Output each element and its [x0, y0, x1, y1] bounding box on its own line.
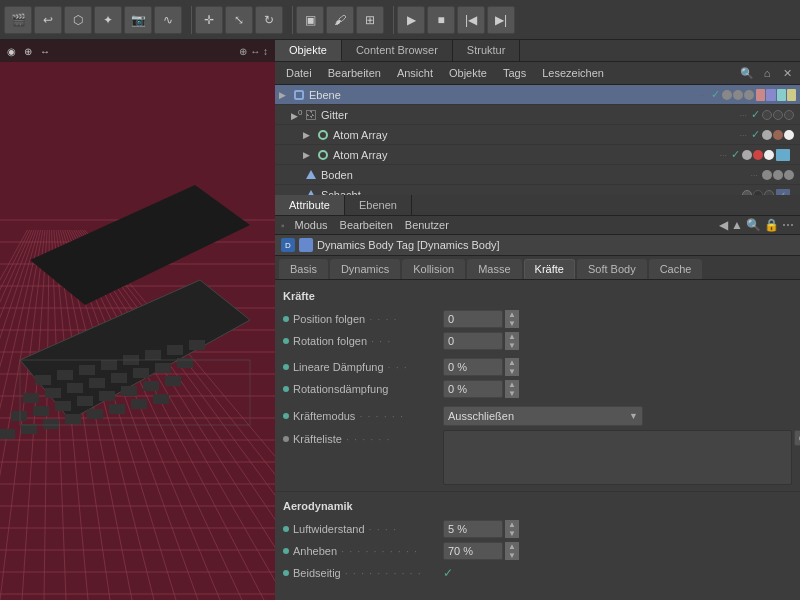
menu-lesezeichen[interactable]: Lesezeichen [535, 65, 611, 81]
expand-arrow-atom2[interactable]: ▶ [303, 150, 313, 160]
right-panel: Objekte Content Browser Struktur Datei B… [275, 40, 800, 600]
rotation-folgen-input[interactable] [443, 332, 503, 350]
toolbar-light-icon[interactable]: ✦ [94, 6, 122, 34]
view-toolbar-btn-1[interactable]: ◉ [4, 45, 19, 58]
luftwiderstand-spin-down[interactable]: ▼ [505, 529, 519, 538]
anheben-input[interactable] [443, 542, 503, 560]
toolbar-curve-icon[interactable]: ∿ [154, 6, 182, 34]
toolbar-paint-icon[interactable]: 🖌 [326, 6, 354, 34]
toolbar-next-icon[interactable]: ▶| [487, 6, 515, 34]
toolbar-play-icon[interactable]: ▶ [397, 6, 425, 34]
viewport-canvas[interactable] [0, 40, 275, 600]
sub-tab-kollision[interactable]: Kollision [402, 259, 465, 279]
prop-dot-rotation [283, 338, 289, 344]
object-row-atom1[interactable]: ▶ Atom Array ··· ✓ [275, 125, 800, 145]
prop-row-lineare-daempfung: Lineare Dämpfung · · · ▲ ▼ [275, 356, 800, 378]
object-row-boden[interactable]: Boden ··· [275, 165, 800, 185]
prop-label-beidseitig: Beidseitig · · · · · · · · · · [283, 567, 443, 579]
toolbar-undo-icon[interactable]: ↩ [34, 6, 62, 34]
lineare-daempfung-spinner: ▲ ▼ [505, 358, 519, 376]
lineare-spin-up[interactable]: ▲ [505, 358, 519, 367]
object-row-atom2[interactable]: ▶ Atom Array ··· ✓ [275, 145, 800, 165]
object-row-schacht[interactable]: Schacht ··· ✓ [275, 185, 800, 195]
close-icon[interactable]: ✕ [778, 64, 796, 82]
position-folgen-input[interactable] [443, 310, 503, 328]
tab-objekte[interactable]: Objekte [275, 40, 342, 61]
lineare-spin-down[interactable]: ▼ [505, 367, 519, 376]
attr-toolbar-modus[interactable]: Modus [291, 218, 332, 232]
rotation-spin-up[interactable]: ▲ [505, 332, 519, 341]
attr-toolbar-benutzer[interactable]: Benutzer [401, 218, 453, 232]
search-icon[interactable]: 🔍 [738, 64, 756, 82]
luftwiderstand-spin-up[interactable]: ▲ [505, 520, 519, 529]
dynamics-header: D Dynamics Body Tag [Dynamics Body] [275, 235, 800, 256]
toolbar-camera-icon[interactable]: 📷 [124, 6, 152, 34]
obj-icon-atom2 [315, 147, 331, 163]
rotations-daempfung-input[interactable] [443, 380, 503, 398]
refresh-button[interactable]: ↺ [794, 430, 800, 446]
obj-dots-boden: ··· [750, 170, 758, 180]
tab-content-browser[interactable]: Content Browser [342, 40, 453, 61]
prop-dot-kraefteliste [283, 436, 289, 442]
prop-input-luftwiderstand: ▲ ▼ [443, 520, 519, 538]
sub-tab-masse[interactable]: Masse [467, 259, 521, 279]
lineare-daempfung-input[interactable] [443, 358, 503, 376]
attribute-toolbar: ▪ Modus Bearbeiten Benutzer ◀ ▲ 🔍 🔒 ⋯ [275, 216, 800, 235]
sub-tab-kraefte[interactable]: Kräfte [524, 259, 575, 279]
anheben-spin-down[interactable]: ▼ [505, 551, 519, 560]
tab-attribute[interactable]: Attribute [275, 195, 345, 215]
attr-search-icon[interactable]: 🔍 [746, 218, 761, 232]
toolbar-move-icon[interactable]: ✛ [195, 6, 223, 34]
anheben-spin-up[interactable]: ▲ [505, 542, 519, 551]
obj-spheres-boden [762, 170, 794, 180]
attr-lock-icon[interactable]: 🔒 [764, 218, 779, 232]
sub-tab-soft-body[interactable]: Soft Body [577, 259, 647, 279]
object-row-ebene[interactable]: ▶ Ebene ··· ✓ [275, 85, 800, 105]
obj-icon-gitter [303, 107, 319, 123]
tab-struktur[interactable]: Struktur [453, 40, 521, 61]
expand-arrow-ebene[interactable]: ▶ [279, 90, 289, 100]
obj-icon-boden [303, 167, 319, 183]
position-spin-up[interactable]: ▲ [505, 310, 519, 319]
prop-label-luftwiderstand: Luftwiderstand · · · · [283, 523, 443, 535]
object-row-gitter[interactable]: ▶0 Gitter ··· ✓ [275, 105, 800, 125]
toolbar-film-icon[interactable]: 🎬 [4, 6, 32, 34]
toolbar-cube-icon[interactable]: ⬡ [64, 6, 92, 34]
toolbar-rotate-icon[interactable]: ↻ [255, 6, 283, 34]
kraeftemodus-dropdown[interactable]: Ausschließen ▼ [443, 406, 643, 426]
tab-ebenen[interactable]: Ebenen [345, 195, 412, 215]
toolbar-mesh-icon[interactable]: ⊞ [356, 6, 384, 34]
attr-more-icon[interactable]: ⋯ [782, 218, 794, 232]
sub-tab-dynamics[interactable]: Dynamics [330, 259, 400, 279]
rotation-spin-down[interactable]: ▼ [505, 341, 519, 350]
luftwiderstand-input[interactable] [443, 520, 503, 538]
rotations-spin-up[interactable]: ▲ [505, 380, 519, 389]
menu-objekte[interactable]: Objekte [442, 65, 494, 81]
toolbar-prev-icon[interactable]: |◀ [457, 6, 485, 34]
prop-row-kraeftemodus: Kräftemodus · · · · · · Ausschließen ▼ [275, 404, 800, 428]
attr-next-icon[interactable]: ▲ [731, 218, 743, 232]
attr-prev-icon[interactable]: ◀ [719, 218, 728, 232]
section-header-aerodynamik: Aerodynamik [275, 496, 800, 516]
obj-check-gitter: ✓ [751, 108, 760, 121]
prop-dot-position [283, 316, 289, 322]
expand-arrow-atom1[interactable]: ▶ [303, 130, 313, 140]
view-toolbar-btn-2[interactable]: ⊕ [21, 45, 35, 58]
home-icon[interactable]: ⌂ [758, 64, 776, 82]
menu-tags[interactable]: Tags [496, 65, 533, 81]
rotations-spin-down[interactable]: ▼ [505, 389, 519, 398]
sub-tab-basis[interactable]: Basis [279, 259, 328, 279]
position-spin-down[interactable]: ▼ [505, 319, 519, 328]
toolbar-stop-icon[interactable]: ■ [427, 6, 455, 34]
toolbar-scale-icon[interactable]: ⤡ [225, 6, 253, 34]
menu-ansicht[interactable]: Ansicht [390, 65, 440, 81]
prop-label-position-folgen: Position folgen · · · · [283, 313, 443, 325]
view-toolbar-btn-3[interactable]: ↔ [37, 45, 53, 58]
sub-tab-cache[interactable]: Cache [649, 259, 703, 279]
menu-bearbeiten[interactable]: Bearbeiten [321, 65, 388, 81]
toolbar-select-icon[interactable]: ▣ [296, 6, 324, 34]
expand-arrow-gitter[interactable]: ▶0 [291, 108, 301, 121]
attr-toolbar-bearbeiten[interactable]: Bearbeiten [336, 218, 397, 232]
menu-datei[interactable]: Datei [279, 65, 319, 81]
prop-label-kraefteliste: Kräfteliste · · · · · · [283, 430, 443, 445]
